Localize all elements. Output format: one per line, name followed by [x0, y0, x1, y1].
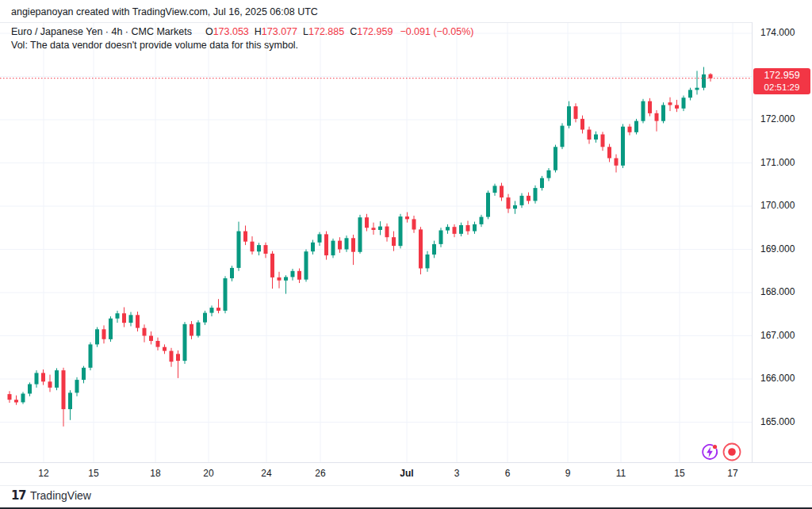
high-label: H — [255, 26, 262, 37]
candle — [668, 98, 672, 111]
price-tick-label: 171.000 — [760, 156, 795, 169]
candle — [21, 392, 25, 404]
candle — [264, 243, 268, 258]
candle — [446, 224, 450, 234]
candle — [122, 308, 126, 327]
candle — [149, 331, 153, 344]
candle — [109, 316, 113, 342]
candle — [82, 366, 86, 384]
candle — [210, 305, 214, 316]
candle — [129, 312, 133, 327]
price-tick-label: 166.000 — [760, 372, 795, 385]
price-tick-label: 168.000 — [760, 285, 795, 298]
candle — [513, 201, 517, 214]
candle — [500, 183, 504, 201]
candle — [14, 396, 18, 405]
time-tick-label: 12 — [38, 468, 48, 479]
candle — [426, 251, 430, 272]
candle — [405, 212, 409, 223]
last-price-label: 172.959 02:51:29 — [753, 68, 810, 94]
candle — [661, 102, 665, 123]
last-price-value: 172.959 — [753, 69, 810, 82]
price-tick-label: 174.000 — [760, 26, 795, 39]
candle — [553, 145, 557, 173]
candle — [297, 269, 301, 284]
time-tick-label: 15 — [674, 468, 684, 479]
tradingview-logo[interactable]: 17 TradingView — [11, 488, 91, 503]
candle — [41, 369, 45, 385]
candle — [453, 224, 457, 237]
price-tick-label: 172.000 — [760, 113, 795, 125]
candle — [580, 116, 584, 134]
close-value: 172.959 — [357, 26, 393, 37]
candle — [419, 227, 423, 274]
candle — [547, 168, 551, 181]
time-tick-label: Jul — [400, 468, 413, 479]
candle — [540, 176, 544, 191]
candle — [257, 243, 261, 255]
flash-button[interactable] — [699, 442, 720, 462]
candle — [243, 226, 247, 246]
time-axis[interactable]: 121518202426Jul369111517 — [0, 462, 752, 486]
time-tick-label: 11 — [616, 468, 626, 479]
candle — [95, 327, 99, 347]
candle — [62, 368, 66, 427]
flash-icon — [699, 453, 720, 465]
chart-pane[interactable] — [0, 22, 752, 463]
candle — [527, 193, 530, 205]
candle — [237, 222, 241, 271]
candle — [385, 224, 389, 242]
symbol-title[interactable]: Euro / Japanese Yen · 4h · CMC Markets — [11, 26, 192, 37]
candle — [642, 99, 645, 124]
candle — [116, 311, 120, 323]
candle — [486, 190, 490, 219]
volume-note: Vol: The data vendor doesn't provide vol… — [11, 40, 298, 51]
candle — [655, 110, 659, 132]
candle — [224, 276, 228, 313]
record-button[interactable] — [722, 442, 742, 462]
candle — [351, 235, 355, 265]
price-tick-label: 169.000 — [760, 243, 795, 255]
candle — [459, 223, 463, 236]
attribution-text: angiepanoyan created with TradingView.co… — [11, 6, 318, 17]
candle — [251, 236, 255, 254]
candle — [594, 132, 598, 143]
time-tick-label: 3 — [454, 468, 460, 479]
candle — [48, 375, 52, 392]
candle — [601, 132, 605, 151]
candle — [190, 321, 193, 339]
candle — [284, 275, 288, 293]
candle — [648, 98, 652, 117]
candle — [230, 266, 234, 281]
chart-canvas[interactable] — [0, 23, 752, 463]
candle — [318, 232, 322, 246]
price-tick-label: 167.000 — [760, 329, 795, 342]
candle — [324, 232, 328, 260]
candle — [709, 73, 713, 82]
candle — [338, 237, 342, 253]
tradingview-chart-window: angiepanoyan created with TradingView.co… — [0, 0, 812, 509]
candle — [89, 343, 93, 370]
time-axis-corner — [752, 462, 812, 486]
candle — [331, 239, 335, 258]
candle — [163, 344, 167, 354]
change-value: −0.091 (−0.05%) — [400, 26, 473, 37]
symbol-legend: Euro / Japanese Yen · 4h · CMC MarketsO1… — [11, 26, 474, 37]
open-value: 173.053 — [213, 26, 249, 37]
candle — [156, 338, 160, 350]
candle — [278, 272, 282, 289]
candle — [75, 377, 79, 396]
time-tick-label: 6 — [505, 468, 511, 479]
candle — [365, 214, 369, 232]
candle — [607, 144, 611, 163]
candle — [534, 186, 538, 204]
open-label: O — [205, 26, 213, 37]
candle — [8, 391, 12, 403]
candle — [675, 100, 679, 112]
candle — [183, 322, 187, 364]
time-tick-label: 9 — [565, 468, 571, 479]
time-tick-label: 24 — [261, 468, 271, 479]
candle — [197, 320, 201, 338]
candle — [634, 119, 638, 135]
candlestick-chart — [0, 23, 752, 463]
